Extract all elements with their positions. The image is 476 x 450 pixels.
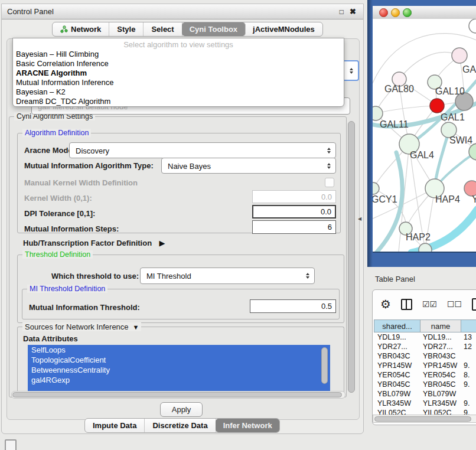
tab-jactivemnodules[interactable]: jActiveMNodules (245, 22, 322, 36)
mi-threshold-label: Mutual Information Threshold: (29, 303, 140, 312)
cell: YLR345W (374, 399, 420, 407)
sources-expander[interactable]: Sources for Network Inference ▼ (22, 322, 141, 331)
cell: 9. (461, 380, 476, 389)
node-GAL1-red[interactable] (430, 99, 444, 113)
panel-title: Control Panel (7, 7, 54, 16)
table-panel-title: Table Panel (375, 275, 415, 283)
apply-button[interactable]: Apply (160, 402, 203, 417)
node-label: GAL1 (441, 112, 465, 122)
close-icon[interactable]: ✖ (350, 8, 356, 15)
tab-label: Impute Data (93, 421, 136, 430)
table-row[interactable]: YER054C YER054C 8. (374, 370, 476, 380)
mi-steps-label: Mutual Information Steps: (24, 224, 119, 233)
tab-select[interactable]: Select (144, 22, 182, 36)
control-panel-tabbar: Network Style Select Cyni Toolbox jActiv… (52, 22, 323, 37)
node-GCY1[interactable] (373, 182, 379, 194)
kernel-width-field[interactable]: 0.0 (252, 190, 336, 203)
table-hscrollbar-thumb[interactable] (374, 416, 471, 422)
cell: YBR045C (374, 380, 420, 389)
column-header-shared-name[interactable]: shared... (374, 319, 420, 332)
column-header-partial[interactable] (461, 319, 476, 332)
splitter-collapse-arrow-icon[interactable]: ◀ (358, 216, 361, 221)
cell: YER054C (420, 371, 461, 379)
table-row[interactable]: YBR043C YBR043C (374, 351, 476, 361)
tab-impute-data[interactable]: Impute Data (85, 419, 145, 432)
algorithm-option-dream8[interactable]: Dream8 DC_TDC Algorithm (13, 97, 344, 106)
cell: YPR145W (420, 361, 461, 370)
control-panel-window: Control Panel □ ✖ Network Style Select (1, 4, 364, 434)
table-row[interactable]: YDL19... YDL19... 13 (374, 332, 476, 342)
float-window-icon[interactable]: □ (340, 8, 344, 16)
tab-discretize-data[interactable]: Discretize Data (145, 419, 216, 432)
algorithm-option-bayesian-k2[interactable]: Bayesian – K2 (13, 87, 344, 97)
cell: YBL079W (420, 390, 461, 398)
dpi-tolerance-label: DPI Tolerance [0,1]: (24, 209, 95, 218)
list-item-selected[interactable]: BetweennessCentrality (28, 365, 330, 375)
settings-hscrollbar-track (11, 391, 345, 399)
network-view-window: GAL GAL80 GAL10 GAL1 GAL11 SWI4 GAL4 GCY… (367, 0, 476, 267)
node-GAL11[interactable] (373, 106, 383, 120)
zoom-traffic-light[interactable] (403, 8, 412, 17)
aracne-mode-label: Aracne Mode: (24, 146, 75, 155)
cell: YBL079W (374, 390, 420, 398)
select-all-icon[interactable]: ☑☑ (422, 300, 437, 308)
which-threshold-combobox[interactable]: MI Threshold (140, 268, 315, 284)
aracne-mode-combobox[interactable]: Discovery (69, 142, 336, 158)
node-label: GCY1 (373, 194, 397, 204)
gear-icon[interactable]: ⚙ (380, 298, 391, 310)
manual-kernel-checkbox[interactable] (325, 178, 334, 187)
file-icon[interactable] (472, 298, 476, 311)
mi-steps-field[interactable]: 6 (252, 220, 336, 234)
table-row[interactable]: YBL079W YBL079W (374, 389, 476, 399)
tab-cyni-toolbox[interactable]: Cyni Toolbox (182, 22, 246, 36)
node-label: GAL11 (380, 119, 409, 129)
algorithm-option-basic-correlation[interactable]: Basic Correlation Inference (13, 59, 344, 69)
list-item-selected[interactable]: SelfLoops (28, 345, 330, 355)
tab-network[interactable]: Network (53, 22, 109, 36)
tab-style[interactable]: Style (109, 22, 144, 36)
list-scrollbar-thumb[interactable] (321, 347, 328, 384)
table-hscrollbar-track (373, 415, 476, 423)
table-panel-window: ⚙ ☑☑ ☐☐ shared... name YDL19... YDL19...… (372, 289, 476, 425)
network-canvas[interactable]: GAL GAL80 GAL10 GAL1 GAL11 SWI4 GAL4 GCY… (373, 19, 476, 252)
dpi-tolerance-field[interactable]: 0.0 (252, 205, 336, 219)
algorithm-option-mutual-information[interactable]: Mutual Information Inference (13, 78, 344, 87)
node-gal-partial[interactable] (452, 48, 467, 63)
mi-threshold-field[interactable]: 0.5 (250, 299, 336, 313)
mi-algorithm-type-combobox[interactable]: Naive Bayes (161, 158, 336, 174)
tab-label: Discretize Data (152, 421, 207, 430)
cell: 12 (461, 343, 476, 351)
tab-infer-network[interactable]: Infer Network (216, 419, 280, 432)
close-traffic-light[interactable] (379, 8, 388, 17)
network-window-titlebar[interactable] (373, 6, 476, 19)
table-row[interactable]: YLR345W YLR345W 9. (374, 399, 476, 408)
deselect-all-icon[interactable]: ☐☐ (447, 300, 462, 308)
table-row[interactable]: YDR27... YDR27... 12 (374, 342, 476, 351)
cell: YDR27... (374, 343, 420, 351)
cell: YBR043C (420, 352, 461, 360)
screen: Control Panel □ ✖ Network Style Select (0, 0, 476, 450)
expander-expanded-icon: ▼ (133, 324, 139, 331)
group-title: MI Threshold Definition (27, 285, 107, 293)
table-row[interactable]: YBR045C YBR045C 9. (374, 380, 476, 389)
column-header-name[interactable]: name (420, 319, 461, 332)
minimized-panel-icon[interactable] (5, 439, 17, 450)
algorithm-option-aracne[interactable]: ARACNE Algorithm (13, 69, 344, 78)
combo-arrows-icon (350, 68, 353, 74)
columns-icon[interactable] (401, 299, 412, 310)
tab-label: Cyni Toolbox (190, 25, 237, 34)
cell: YDL19... (374, 333, 420, 341)
settings-hscrollbar-thumb[interactable] (12, 392, 342, 397)
list-item-selected[interactable]: TopologicalCoefficient (28, 355, 330, 365)
algorithm-option-bayesian-hill-climbing[interactable]: Bayesian – Hill Climbing (13, 50, 344, 59)
table-row[interactable]: YPR145W YPR145W 9. (374, 361, 476, 370)
list-item-selected[interactable]: gal4RGexp (28, 375, 330, 385)
algorithm-dropdown-popup: Select algorithm to view settings Bayesi… (12, 38, 344, 107)
minimize-traffic-light[interactable] (391, 8, 400, 17)
cell: YBR045C (420, 380, 461, 389)
settings-vscrollbar-thumb[interactable] (348, 121, 355, 393)
node-label: HAP2 (406, 232, 431, 242)
list-item-selected[interactable] (28, 385, 330, 391)
node-unlabeled[interactable] (469, 19, 476, 33)
hub-definition-expander[interactable]: Hub/Transcription Factor Definition ▶ (23, 237, 165, 248)
